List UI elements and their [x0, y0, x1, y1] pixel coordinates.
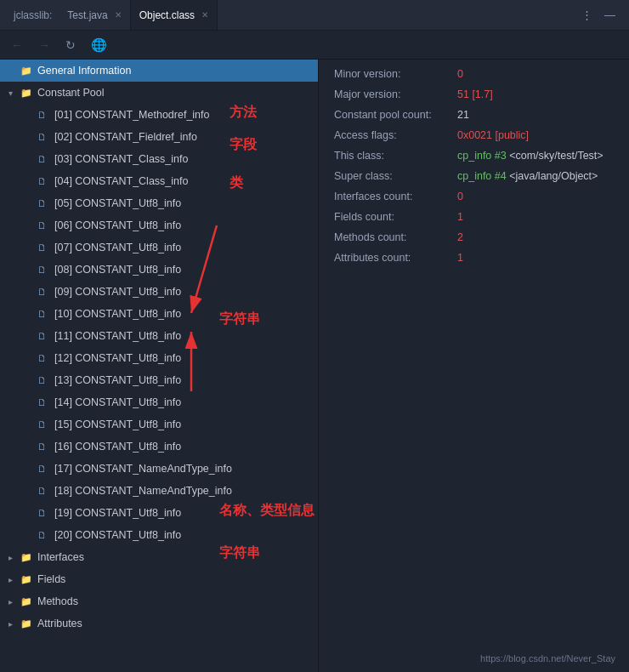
folder-icon: 📁: [20, 552, 34, 563]
file-icon: 🗋: [37, 198, 51, 209]
tree-item-general[interactable]: 📁General Information: [0, 60, 318, 82]
title-bar: jclasslib: Test.java ✕ Object.class ✕ ⋮ …: [0, 0, 629, 31]
watermark: https://blog.csdn.net/Never_Stay: [480, 653, 615, 663]
info-label: Major version:: [334, 88, 457, 100]
info-label: Super class:: [334, 170, 457, 182]
info-label: Constant pool count:: [334, 109, 457, 121]
file-icon: 🗋: [37, 508, 51, 519]
tree-label: [03] CONSTANT_Class_info: [54, 153, 188, 165]
tab-test-java-close[interactable]: ✕: [115, 10, 122, 20]
file-icon: 🗋: [37, 486, 51, 497]
info-value: 1: [457, 252, 463, 264]
info-row: Interfaces count:0: [334, 191, 614, 202]
file-icon: 🗋: [37, 419, 51, 430]
refresh-button[interactable]: ↻: [63, 36, 78, 54]
tree-label: [19] CONSTANT_Utf8_info: [54, 507, 181, 519]
tree-label: [10] CONSTANT_Utf8_info: [54, 308, 181, 320]
tree-label: Attributes: [37, 618, 82, 629]
tree-label: [04] CONSTANT_Class_info: [54, 175, 188, 187]
info-value: cp_info #4 <java/lang/Object>: [457, 170, 598, 182]
tree-label: [11] CONSTANT_Utf8_info: [54, 330, 181, 342]
file-icon: 🗋: [37, 265, 51, 276]
tree-label: Methods: [37, 595, 78, 607]
tree-label: [14] CONSTANT_Utf8_info: [54, 396, 181, 408]
expand-arrow[interactable]: ▸: [8, 553, 20, 562]
info-value: 51 [1.7]: [457, 88, 493, 100]
tree-item-cp-01[interactable]: 🗋[01] CONSTANT_Methodref_info: [0, 104, 318, 126]
tree-item-cp-20[interactable]: 🗋[20] CONSTANT_Utf8_info: [0, 524, 318, 546]
tree-item-cp-12[interactable]: 🗋[12] CONSTANT_Utf8_info: [0, 347, 318, 369]
info-row: Super class:cp_info #4 <java/lang/Object…: [334, 170, 614, 182]
tab-test-java[interactable]: Test.java ✕: [59, 0, 130, 30]
tree-item-cp-09[interactable]: 🗋[09] CONSTANT_Utf8_info: [0, 281, 318, 303]
tree-item-cp-02[interactable]: 🗋[02] CONSTANT_Fieldref_info: [0, 126, 318, 148]
tree-item-cp-17[interactable]: 🗋[17] CONSTANT_NameAndType_info: [0, 458, 318, 480]
tree-item-cp-10[interactable]: 🗋[10] CONSTANT_Utf8_info: [0, 303, 318, 325]
tree-label: [08] CONSTANT_Utf8_info: [54, 264, 181, 276]
tree-item-attributes[interactable]: ▸📁Attributes: [0, 612, 318, 635]
info-label: Access flags:: [334, 129, 457, 141]
tree-item-fields[interactable]: ▸📁Fields: [0, 568, 318, 590]
main-layout: 📁General Information▾📁Constant Pool🗋[01]…: [0, 60, 629, 672]
folder-icon: 📁: [20, 88, 34, 99]
tab-object-class-label: Object.class: [139, 9, 195, 21]
back-button[interactable]: ←: [8, 36, 26, 54]
tree-item-cp-18[interactable]: 🗋[18] CONSTANT_NameAndType_info: [0, 480, 318, 502]
tree-item-cp-13[interactable]: 🗋[13] CONSTANT_Utf8_info: [0, 369, 318, 391]
tree-label: [01] CONSTANT_Methodref_info: [54, 109, 209, 121]
info-label: Methods count:: [334, 231, 457, 243]
tree-label: [18] CONSTANT_NameAndType_info: [54, 485, 232, 497]
more-icon[interactable]: ⋮: [581, 9, 592, 21]
tree-item-cp-15[interactable]: 🗋[15] CONSTANT_Utf8_info: [0, 413, 318, 436]
file-icon: 🗋: [37, 353, 51, 364]
expand-arrow[interactable]: ▾: [8, 88, 20, 98]
info-label: Fields count:: [334, 211, 457, 223]
folder-icon: 📁: [20, 574, 34, 585]
tab-object-class[interactable]: Object.class ✕: [131, 0, 218, 30]
info-label: Minor version:: [334, 68, 457, 80]
tree-label: [05] CONSTANT_Utf8_info: [54, 197, 181, 209]
expand-arrow[interactable]: ▸: [8, 597, 20, 607]
folder-icon: 📁: [20, 596, 34, 607]
file-icon: 🗋: [37, 110, 51, 121]
info-value-extra: <com/sky/test/Test>: [507, 150, 604, 162]
info-row: Minor version:0: [334, 68, 614, 80]
browser-button[interactable]: 🌐: [88, 35, 110, 55]
tree-item-cp-04[interactable]: 🗋[04] CONSTANT_Class_info: [0, 170, 318, 192]
tree-item-cp-08[interactable]: 🗋[08] CONSTANT_Utf8_info: [0, 259, 318, 281]
tree-item-cp-06[interactable]: 🗋[06] CONSTANT_Utf8_info: [0, 214, 318, 236]
tab-test-java-label: Test.java: [67, 9, 107, 21]
info-row: Access flags:0x0021 [public]: [334, 129, 614, 141]
info-label: This class:: [334, 150, 457, 162]
info-value: 21: [457, 109, 469, 121]
tree-item-constant-pool[interactable]: ▾📁Constant Pool: [0, 82, 318, 104]
toolbar: ← → ↻ 🌐: [0, 31, 629, 60]
file-icon: 🗋: [37, 530, 51, 541]
tree-item-cp-16[interactable]: 🗋[16] CONSTANT_Utf8_info: [0, 436, 318, 458]
info-value: 1: [457, 211, 463, 223]
tree-item-cp-14[interactable]: 🗋[14] CONSTANT_Utf8_info: [0, 391, 318, 413]
expand-arrow[interactable]: ▸: [8, 575, 20, 584]
tree-item-interfaces[interactable]: ▸📁Interfaces: [0, 546, 318, 568]
app-label: jclasslib:: [7, 0, 59, 30]
left-panel: 📁General Information▾📁Constant Pool🗋[01]…: [0, 60, 319, 672]
tree-item-cp-19[interactable]: 🗋[19] CONSTANT_Utf8_info: [0, 502, 318, 524]
title-bar-actions: ⋮ —: [581, 9, 622, 21]
expand-arrow[interactable]: ▸: [8, 619, 20, 629]
right-panel: Minor version:0Major version:51 [1.7]Con…: [319, 60, 629, 672]
tree-label: [02] CONSTANT_Fieldref_info: [54, 131, 197, 143]
info-value: 2: [457, 231, 463, 243]
minimize-icon[interactable]: —: [604, 9, 615, 21]
tree-item-cp-11[interactable]: 🗋[11] CONSTANT_Utf8_info: [0, 325, 318, 347]
tab-object-class-close[interactable]: ✕: [201, 10, 208, 20]
tree-item-methods[interactable]: ▸📁Methods: [0, 590, 318, 612]
tree-item-cp-05[interactable]: 🗋[05] CONSTANT_Utf8_info: [0, 192, 318, 214]
file-icon: 🗋: [37, 464, 51, 475]
tree-item-cp-07[interactable]: 🗋[07] CONSTANT_Utf8_info: [0, 236, 318, 259]
info-value: cp_info #3 <com/sky/test/Test>: [457, 150, 604, 162]
forward-button[interactable]: →: [36, 36, 53, 54]
tree-item-cp-03[interactable]: 🗋[03] CONSTANT_Class_info: [0, 148, 318, 170]
info-row: Major version:51 [1.7]: [334, 88, 614, 100]
file-icon: 🗋: [37, 309, 51, 320]
info-row: Constant pool count:21: [334, 109, 614, 121]
